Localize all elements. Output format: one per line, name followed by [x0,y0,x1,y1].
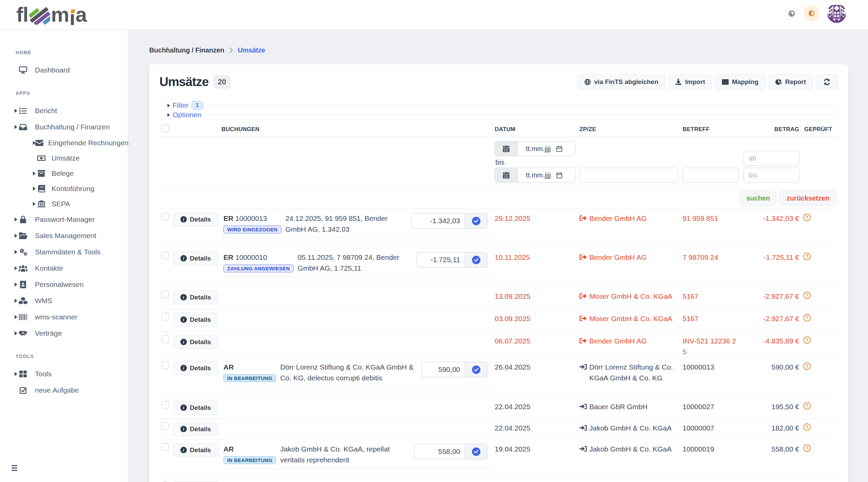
details-button[interactable]: iDetails [173,443,218,457]
sidebar-item-eingehende-rechnungen[interactable]: Eingehende Rechnungen [0,135,128,150]
confirm-amount-button[interactable] [465,362,487,377]
sidebar-item-sepa[interactable]: SEPA [0,196,128,211]
partner-name[interactable]: Bauer GbR GmbH [589,401,648,412]
date-picker-icon[interactable] [556,146,563,152]
confirm-amount-button[interactable] [465,444,487,459]
question-circle-icon[interactable]: ? [803,336,811,344]
row-checkbox[interactable] [161,291,169,298]
report-button[interactable]: Report [768,75,813,89]
sidebar-item-wms-scanner[interactable]: wms-scanner [0,309,128,325]
partner-name[interactable]: Moser GmbH & Co. KGaA [589,291,672,302]
sidebar-item-personalwesen[interactable]: Personalwesen [0,276,128,293]
logo-text-mid: m [51,4,69,25]
app-logo[interactable]: fl m a [16,4,86,25]
partner-name[interactable]: Bender GmbH AG [589,213,647,224]
partner-name[interactable]: Moser GmbH & Co. KGaA [589,313,672,324]
theme-contrast-icon[interactable] [803,5,820,22]
details-button[interactable]: iDetails [173,335,218,349]
partner-name[interactable]: Jakob GmbH & Co. KGaA [589,423,672,434]
assigned-amount-input[interactable] [417,252,465,268]
action-button-label: Mapping [732,78,758,86]
details-button[interactable]: iDetails [173,313,218,327]
zpze-filter-input[interactable] [579,168,678,183]
user-avatar-identicon[interactable] [827,4,846,23]
filter-toggle-link[interactable]: Filter [173,101,189,109]
sidebar-item-sales-management[interactable]: Sales Management [0,228,128,244]
question-circle-icon[interactable]: ? [803,402,811,410]
sidebar-item-dashboard[interactable]: Dashboard [0,62,128,78]
row-checkbox[interactable] [161,335,169,343]
row-checkbox[interactable] [161,252,169,259]
row-checkbox[interactable] [161,401,169,408]
language-globe-icon[interactable] [788,10,795,17]
refresh-button[interactable] [816,75,838,89]
sidebar-item-verträge[interactable]: Verträge [0,325,128,341]
details-button[interactable]: iDetails [173,212,218,226]
sign-out-icon [579,215,587,224]
row-checkbox[interactable] [161,213,169,220]
confirm-amount-button[interactable] [465,213,487,229]
search-button[interactable]: suchen [740,191,776,206]
sidebar-item-kontoführung[interactable]: Kontoführung [0,181,128,196]
import-button[interactable]: Import [668,75,712,89]
details-button[interactable]: iDetails [173,251,218,265]
cubes-icon [18,297,28,305]
sidebar-item-passwort-manager[interactable]: Passwort-Manager [0,211,128,228]
question-circle-icon[interactable]: ? [803,444,811,452]
sidebar-item-buchhaltung-finanzen[interactable]: Buchhaltung / Finanzen [0,119,128,135]
select-all-checkbox[interactable] [161,125,169,132]
caret-right-icon [14,331,18,335]
assigned-amount-input[interactable] [421,362,465,377]
partner-name[interactable]: Bender GmbH AG [589,252,647,263]
details-button[interactable]: iDetails [173,401,218,415]
betreff-filter-input[interactable] [683,168,739,183]
date-picker-icon[interactable] [556,172,563,179]
confirm-amount-button[interactable] [465,252,487,268]
sidebar-item-umsätze[interactable]: Umsätze [0,150,128,166]
question-circle-icon[interactable]: ? [803,292,811,299]
assigned-amount-input[interactable] [414,444,465,459]
via-fints-abgleichen-button[interactable]: via FinTS abgleichen [577,75,665,89]
mapping-button[interactable]: Mapping [715,75,765,89]
date-to-input[interactable]: tt.mm.jjjj [518,168,575,182]
partner-name[interactable]: Jakob GmbH & Co. KGaA [589,444,672,455]
date-from-input[interactable]: tt.mm.jjjj [518,142,575,156]
partner-name[interactable]: Dörr Lorenz Stiftung & Co. KGaA GmbH & C… [589,362,673,383]
question-circle-icon[interactable]: ? [803,423,811,431]
amount-from-filter-input[interactable] [744,151,800,166]
details-button[interactable]: iDetails [173,290,218,304]
question-circle-icon[interactable]: ? [803,253,811,260]
row-checkbox[interactable] [161,313,169,320]
calendar-icon[interactable] [495,142,518,156]
partner-name[interactable]: Bender GmbH AG [589,336,647,347]
buchung-label: ARIN BEARBEITUNG [223,362,276,383]
sidebar-item-belege[interactable]: Belege [0,166,128,181]
sidebar-item-kontakte[interactable]: Kontakte [0,260,128,276]
bank-icon [37,200,46,207]
question-circle-icon[interactable]: ? [803,214,811,221]
breadcrumb-current[interactable]: Umsätze [238,46,265,54]
row-checkbox[interactable] [161,443,169,451]
linked-buchung: ER 10000013WIRD EINGEZOGEN24.12.2025, 91… [221,213,495,238]
sidebar-item-bericht[interactable]: Bericht [0,103,128,119]
question-circle-icon[interactable]: ? [803,314,811,321]
row-checkbox[interactable] [161,361,169,369]
question-circle-icon[interactable]: ? [803,362,811,370]
info-circle-icon: i [180,447,187,453]
details-button[interactable]: iDetails [173,422,218,436]
buchung-type: ER [223,253,233,261]
amount-assignment-group [411,213,487,229]
optionen-toggle-link[interactable]: Optionen [173,111,201,119]
sidebar-item-stammdaten-tools[interactable]: Stammdaten & Tools [0,244,128,260]
row-checkbox[interactable] [161,422,169,430]
breadcrumb-parent[interactable]: Buchhaltung / Finanzen [149,46,224,54]
sidebar-item-tools[interactable]: Tools [0,366,128,382]
amount-to-filter-input[interactable] [744,168,800,183]
sidebar-item-wms[interactable]: WMS [0,293,128,309]
sidebar-collapse-hamburger-icon[interactable] [12,465,17,471]
details-button[interactable]: iDetails [173,361,218,375]
calendar-icon[interactable] [495,168,518,182]
sidebar-item-neue-aufgabe[interactable]: neue Aufgabe [0,382,128,398]
assigned-amount-input[interactable] [411,213,465,229]
reset-button[interactable]: zurücksetzen [779,191,837,206]
